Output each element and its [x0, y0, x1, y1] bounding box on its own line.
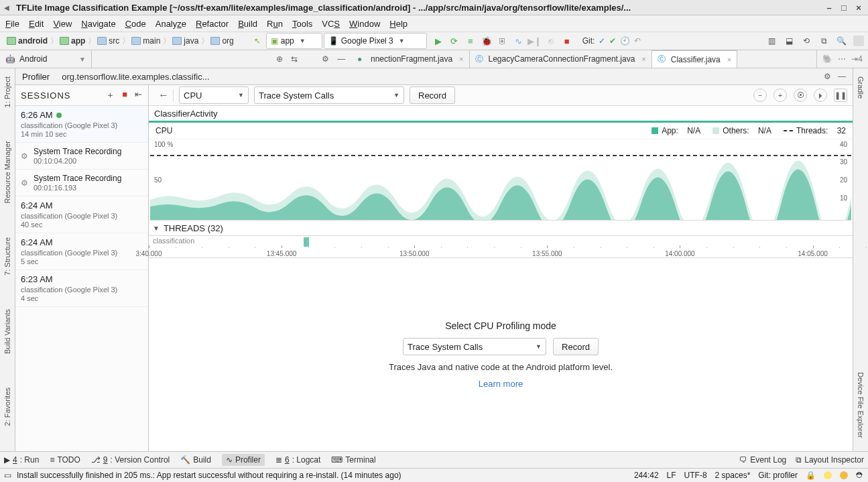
- device-selector[interactable]: 📱Google Pixel 3▼: [324, 33, 427, 49]
- minimize-button[interactable]: –: [824, 3, 834, 13]
- profiling-record-button[interactable]: Record: [553, 338, 599, 355]
- apply-changes-icon[interactable]: ⟳: [450, 36, 459, 46]
- menu-build[interactable]: Build: [238, 19, 257, 29]
- side-resource-manager[interactable]: Resource Manager: [3, 141, 11, 204]
- zoom-in-icon[interactable]: +: [773, 88, 787, 102]
- crumb-java[interactable]: java: [170, 34, 202, 48]
- zoom-reset-icon[interactable]: ⦿: [794, 88, 807, 102]
- sync-icon[interactable]: ⟲: [801, 36, 812, 46]
- git-history-icon[interactable]: 🕘: [620, 36, 630, 46]
- toolwindow-eventlog[interactable]: 🗨 Event Log: [739, 455, 786, 465]
- collapse-icon[interactable]: ⇆: [291, 54, 298, 64]
- session-item[interactable]: 6:26 AM classification (Google Pixel 3) …: [15, 106, 148, 143]
- close-tab-icon[interactable]: ×: [641, 55, 645, 63]
- close-tab-icon[interactable]: ×: [459, 55, 463, 63]
- profiler-back-button[interactable]: ←: [154, 89, 174, 101]
- avd-manager-icon[interactable]: ▥: [766, 36, 777, 46]
- tab-count-icon[interactable]: ⇥4: [851, 54, 863, 64]
- nav-back-icon[interactable]: ↖: [254, 36, 261, 46]
- trace-mode-select[interactable]: Trace System Calls▼: [254, 86, 404, 104]
- maximize-button[interactable]: □: [839, 3, 849, 13]
- sdk-manager-icon[interactable]: ⬓: [784, 36, 794, 46]
- menu-edit[interactable]: Edit: [29, 19, 44, 29]
- menu-analyze[interactable]: Analyze: [156, 19, 186, 29]
- menu-window[interactable]: Window: [349, 19, 380, 29]
- gear-icon[interactable]: ⚙: [322, 54, 329, 64]
- toolwindow-layout-inspector[interactable]: ⧉ Layout Inspector: [796, 455, 864, 465]
- profiler-gear-icon[interactable]: ⚙: [824, 72, 831, 81]
- session-recording-item[interactable]: ⚙ System Trace Recording00:10:04.200: [15, 143, 148, 170]
- side-gradle[interactable]: Gradle: [857, 76, 865, 99]
- menu-tools[interactable]: Tools: [292, 19, 312, 29]
- session-collapse-icon[interactable]: ⇤: [135, 89, 143, 101]
- attach-debugger-icon[interactable]: ▶❙: [530, 36, 540, 46]
- menu-help[interactable]: Help: [389, 19, 408, 29]
- menu-file[interactable]: File: [5, 19, 19, 29]
- side-build-variants[interactable]: Build Variants: [3, 309, 11, 354]
- coverage-icon[interactable]: ⛨: [498, 36, 507, 46]
- run-config-selector[interactable]: ▣app▼: [266, 33, 322, 49]
- search-icon[interactable]: 🔍: [836, 36, 847, 46]
- threads-section-header[interactable]: ▼ THREADS (32): [149, 221, 853, 236]
- apply-code-icon[interactable]: ≡: [466, 36, 475, 46]
- profile-icon[interactable]: ∿: [514, 36, 523, 46]
- crumb-app[interactable]: app: [57, 34, 89, 48]
- menu-run[interactable]: Run: [267, 19, 283, 29]
- toolwindow-terminal[interactable]: ⌨ Terminal: [331, 455, 375, 465]
- menu-refactor[interactable]: Refactor: [196, 19, 229, 29]
- cpu-chart[interactable]: 100 % 50 40 30 20 10: [150, 139, 851, 221]
- editor-tab-nnectionfragment[interactable]: ● nnectionFragment.java ×: [352, 50, 470, 68]
- stop-icon[interactable]: ■: [562, 36, 572, 46]
- status-git-branch[interactable]: Git: profiler: [758, 471, 798, 480]
- target-icon[interactable]: ⊕: [276, 54, 283, 64]
- status-indent[interactable]: 2 spaces*: [715, 471, 751, 480]
- profiling-mode-select[interactable]: Trace System Calls▼: [403, 338, 546, 355]
- live-icon[interactable]: ⏵: [814, 88, 827, 102]
- record-button[interactable]: Record: [410, 86, 455, 104]
- menu-vcs[interactable]: VCS: [322, 19, 340, 29]
- menu-code[interactable]: Code: [125, 19, 146, 29]
- inspection-happy-icon[interactable]: [824, 471, 832, 479]
- cpu-mode-select[interactable]: CPU▼: [179, 86, 249, 104]
- toolwindow-logcat[interactable]: ≣ 6: Logcat: [275, 455, 320, 465]
- statusbar-icon[interactable]: ▭: [4, 471, 11, 480]
- threads-timeline[interactable]: classification 3:40.00013:45.00013:50.00…: [149, 236, 853, 258]
- status-caret-pos[interactable]: 244:42: [634, 471, 659, 480]
- session-item[interactable]: 6:24 AM classification (Google Pixel 3) …: [15, 233, 148, 270]
- run-icon[interactable]: ▶: [434, 36, 443, 46]
- toolwindow-profiler[interactable]: ∿ Profiler: [222, 454, 265, 466]
- editor-tab-legacycamera[interactable]: Ⓒ LegacyCameraConnectionFragment.java ×: [470, 50, 652, 68]
- hide-icon[interactable]: —: [337, 54, 345, 64]
- git-update-icon[interactable]: ✓: [599, 36, 605, 46]
- crumb-android[interactable]: android: [4, 34, 52, 48]
- nav-camera-icon[interactable]: 🐘: [822, 54, 832, 64]
- inspection-sad-icon[interactable]: [840, 471, 848, 479]
- editor-tab-classifier[interactable]: Ⓒ Classifier.java ×: [652, 50, 737, 68]
- side-structure[interactable]: 7: Structure: [3, 237, 11, 276]
- session-item[interactable]: 6:24 AM classification (Google Pixel 3) …: [15, 196, 148, 233]
- git-revert-icon[interactable]: ↶: [634, 36, 641, 46]
- crumb-src[interactable]: src: [95, 34, 123, 48]
- toolwindow-run[interactable]: ▶ 4: 4: RunRun: [4, 455, 39, 465]
- status-encoding[interactable]: UTF-8: [684, 471, 707, 480]
- side-device-file-explorer[interactable]: Device File Explorer: [857, 372, 865, 438]
- toolwindow-vcs[interactable]: ⎇ 9: Version Control: [91, 455, 170, 465]
- nav-more-icon[interactable]: ⋯: [838, 54, 846, 64]
- learn-more-link[interactable]: Learn more: [479, 379, 523, 389]
- profiler-hide-icon[interactable]: —: [838, 72, 846, 81]
- user-icon[interactable]: [853, 36, 864, 46]
- lock-icon[interactable]: 🔒: [806, 471, 816, 480]
- structure-icon[interactable]: ⧉: [818, 36, 829, 46]
- status-line-sep[interactable]: LF: [667, 471, 676, 480]
- crumb-main[interactable]: main: [129, 34, 164, 48]
- session-add-icon[interactable]: ＋: [106, 89, 115, 101]
- close-button[interactable]: ×: [853, 3, 864, 13]
- menu-view[interactable]: View: [53, 19, 72, 29]
- session-recording-item[interactable]: ⚙ System Trace Recording00:01:16.193: [15, 170, 148, 196]
- crumb-org[interactable]: org: [208, 34, 237, 48]
- session-item[interactable]: 6:23 AM classification (Google Pixel 3) …: [15, 270, 148, 307]
- hector-icon[interactable]: ⛑: [856, 471, 864, 480]
- side-project[interactable]: 1: Project: [3, 76, 11, 107]
- git-commit-icon[interactable]: ✔: [609, 36, 616, 46]
- close-tab-icon[interactable]: ×: [727, 56, 731, 64]
